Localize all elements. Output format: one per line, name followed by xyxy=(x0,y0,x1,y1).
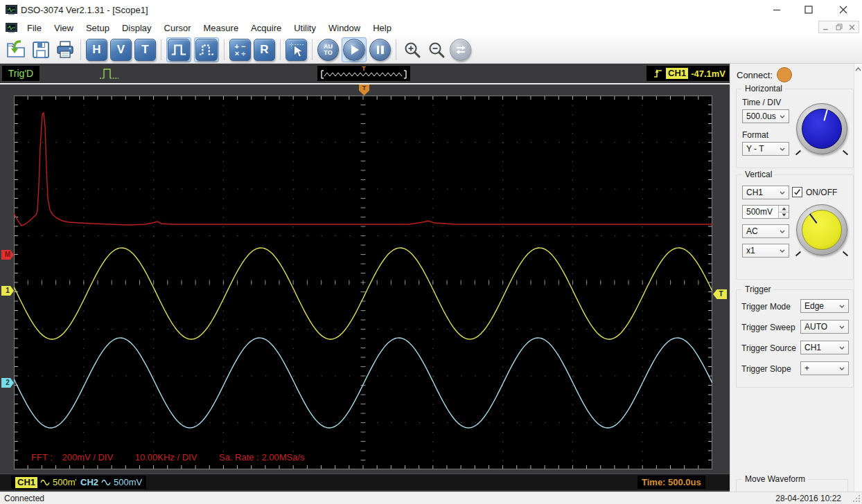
channel-onoff[interactable]: ON/OFF xyxy=(792,187,837,197)
vertical-group: Vertical CH1 ON/OFF 500mV AC xyxy=(736,174,854,280)
menu-help[interactable]: Help xyxy=(367,21,398,35)
menu-file[interactable]: File xyxy=(21,21,48,35)
pulse-dashed-button[interactable] xyxy=(194,37,219,62)
zoom-in-button[interactable] xyxy=(401,39,423,60)
horizontal-mode-button[interactable]: H xyxy=(86,39,107,60)
zoom-out-button[interactable] xyxy=(425,39,447,60)
horizontal-group: Horizontal Time / DIV 500.0us Format Y -… xyxy=(736,89,854,168)
coupling-select[interactable]: AC xyxy=(742,224,789,238)
pause-icon xyxy=(377,46,384,54)
fft-hdiv: 10.00KHz / DIV xyxy=(135,452,197,462)
horizontal-group-title: Horizontal xyxy=(742,84,785,93)
datetime: 28-04-2016 10:22 xyxy=(775,494,841,503)
trigger-group: Trigger Trigger Mode Edge Trigger Sweep … xyxy=(736,289,854,388)
panel-scrollbar[interactable] xyxy=(854,64,862,492)
mdi-minimize-button[interactable] xyxy=(819,21,832,33)
document-icon xyxy=(6,23,17,33)
mdi-restore-button[interactable] xyxy=(832,21,845,33)
auto-setup-button[interactable]: AUTO xyxy=(317,39,339,60)
probe-select[interactable]: x1 xyxy=(742,244,789,258)
trigger-sweep-select[interactable]: AUTO xyxy=(800,320,849,334)
format-select[interactable]: Y - T xyxy=(742,142,789,156)
trigger-source-select[interactable]: CH1 xyxy=(800,341,849,354)
menu-measure[interactable]: Measure xyxy=(197,21,245,35)
pause-button[interactable] xyxy=(369,39,391,60)
close-button[interactable] xyxy=(825,0,862,19)
print-button[interactable] xyxy=(54,39,76,60)
knob-tick xyxy=(843,150,848,156)
chevron-down-icon xyxy=(780,230,785,233)
mdi-restore-icon xyxy=(836,24,843,30)
trigger-source-label: Trigger Source xyxy=(741,343,796,353)
ch1-scale-readout[interactable]: CH1 500mV xyxy=(11,476,85,489)
ch2-scale-readout[interactable]: CH2 500mV xyxy=(76,476,146,489)
vertical-group-title: Vertical xyxy=(742,170,775,179)
channel-select[interactable]: CH1 xyxy=(742,186,789,199)
trigger-time-marker[interactable]: T xyxy=(359,84,369,96)
time-div-select[interactable]: 500.0us xyxy=(742,109,789,123)
vertical-knob-face xyxy=(802,210,842,250)
reference-button[interactable]: R xyxy=(254,39,275,60)
stepper-down-button[interactable] xyxy=(779,212,789,219)
open-button[interactable] xyxy=(6,39,27,60)
menu-utility[interactable]: Utility xyxy=(288,21,322,35)
run-button[interactable] xyxy=(342,37,367,62)
toolbar-separator xyxy=(161,39,161,60)
channel-bar: CH1 500mV CH2 500mV Time: 500.0us xyxy=(0,474,730,490)
printer-icon xyxy=(55,40,75,60)
waveform-position-preview[interactable]: T xyxy=(317,66,410,81)
format-label: Format xyxy=(742,130,768,140)
chevron-down-icon xyxy=(839,367,845,370)
sync-button[interactable] xyxy=(450,39,471,60)
trigger-status-badge: Trig'D xyxy=(2,66,39,81)
menu-window[interactable]: Window xyxy=(322,21,367,35)
trigger-mode-select[interactable]: Edge xyxy=(800,299,849,313)
mdi-minimize-icon xyxy=(823,24,829,30)
trigger-level-value: -47.1mV xyxy=(691,69,725,79)
mdi-close-icon xyxy=(849,24,855,30)
toolbar-separator xyxy=(280,39,281,60)
pulse-solid-button[interactable] xyxy=(166,37,191,62)
knob-tick xyxy=(843,251,848,257)
trigger-slope-select[interactable]: + xyxy=(800,361,849,375)
ch1-zero-marker[interactable]: 1 xyxy=(1,286,14,296)
stepper-up-button[interactable] xyxy=(779,206,789,212)
toolbar-separator xyxy=(312,39,313,60)
volts-div-stepper[interactable]: 500mV xyxy=(742,205,789,219)
vertical-scale-knob[interactable] xyxy=(796,204,847,255)
vertical-mode-button[interactable]: V xyxy=(110,39,132,60)
ch2-zero-marker[interactable]: 2 xyxy=(1,378,14,388)
chevron-down-icon xyxy=(839,325,845,329)
control-panel: Connect: Horizontal Time / DIV 500.0us F… xyxy=(730,64,862,492)
arrow-up-icon xyxy=(782,207,786,210)
mdi-close-button[interactable] xyxy=(845,21,859,33)
window-title: DSO-3074 Ver2.1.31 - [Scope1] xyxy=(21,5,148,15)
menu-acquire[interactable]: Acquire xyxy=(245,21,288,35)
trigger-mode-button[interactable]: T xyxy=(134,39,156,60)
scope-status-strip: Trig'D T CH1 -47 xyxy=(0,64,730,83)
connection-status: Connected xyxy=(4,494,44,503)
resize-grip[interactable] xyxy=(852,494,861,503)
minimize-icon xyxy=(773,6,781,14)
math-button[interactable]: + −× ÷ xyxy=(229,39,251,60)
cursor-measure-button[interactable] xyxy=(285,39,307,60)
menu-setup[interactable]: Setup xyxy=(80,21,116,35)
menu-cursor[interactable]: Cursor xyxy=(158,21,197,35)
save-button[interactable] xyxy=(30,39,51,60)
timebase-readout: Time: 500.0us xyxy=(637,476,705,489)
minimize-button[interactable] xyxy=(761,0,793,19)
fft-vdiv: 200mV / DIV xyxy=(62,452,113,462)
connect-label: Connect: xyxy=(737,70,773,80)
fft-trace-marker[interactable]: M xyxy=(1,250,14,260)
menu-display[interactable]: Display xyxy=(116,21,158,35)
trigger-sweep-label: Trigger Sweep xyxy=(741,323,795,332)
maximize-button[interactable] xyxy=(793,0,825,19)
timebase-knob[interactable] xyxy=(796,103,847,154)
strip-divider xyxy=(0,83,730,84)
menu-view[interactable]: View xyxy=(48,21,80,35)
scrollbar-up-icon xyxy=(855,67,861,71)
menu-bar: File View Setup Display Cursor Measure A… xyxy=(0,19,862,36)
ch2-badge: CH2 xyxy=(80,477,98,487)
trigger-readout: CH1 -47.1mV xyxy=(646,66,729,81)
trigger-level-marker[interactable]: T xyxy=(713,289,727,299)
